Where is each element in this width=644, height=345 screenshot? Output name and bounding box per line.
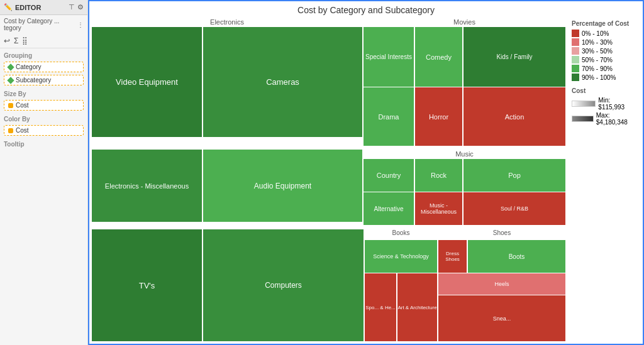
movies-label: Movies [364,18,565,26]
legend-swatch-3 [572,56,579,63]
books-row1: Science & Technology [365,240,437,273]
cost-color-icon [8,128,13,133]
shoes-mid-row: Heels [438,273,565,295]
legend-item-3: 50% - 70% [572,56,636,63]
edit-icon: ✏️ [4,3,13,11]
legend-item-1: 10% - 30% [572,38,636,46]
cost-color-label: Cost [16,127,29,134]
legend-label-4: 70% - 90% [582,65,613,72]
rock-cell[interactable]: Rock [415,159,462,192]
cost-size-icon [8,103,13,108]
panel-menu-icon[interactable]: ⋮ [77,21,84,28]
legend-min-label: Min: $115,993 [598,97,636,111]
music-misc-cell[interactable]: Music - Miscellaneous [415,192,462,225]
dress-shoes-cell[interactable]: Dress Shoes [438,240,467,273]
legend: Percentage of Cost 0% - 10% 10% - 30% 30… [568,18,640,341]
legend-label-0: 0% - 10% [582,30,609,37]
legend-gradient-min [572,101,596,107]
country-cell[interactable]: Country [364,159,414,192]
music-label: Music [364,150,565,158]
size-by-label: Size By [0,87,87,99]
sidebar-icon-2[interactable]: ⚙ [77,3,84,11]
boots-cell[interactable]: Boots [468,240,565,273]
sidebar-header: ✏️ EDITOR ⊤ ⚙ [0,0,87,15]
music-top-row: Country Rock Pop [364,159,565,192]
movies-bottom-row: Drama Horror Action [364,87,565,146]
legend-swatch-2 [572,47,579,55]
cost-size-label: Cost [16,102,29,109]
drama-cell[interactable]: Drama [364,87,414,146]
spo-he-cell[interactable]: Spo... & He... [365,273,396,341]
electronics-misc-cell[interactable]: Electronics - Miscellaneous [92,150,202,222]
legend-swatch-1 [572,38,579,46]
legend-item-2: 30% - 50% [572,47,636,55]
heels-cell[interactable]: Heels [438,273,565,295]
computers-cell[interactable]: Computers [203,229,364,341]
electronics-mid-row: Electronics - Miscellaneous Audio Equipm… [92,150,362,222]
books-label: Books [365,229,437,239]
category-chip-label: Category [16,63,42,70]
legend-item-5: 90% - 100% [572,74,636,81]
cost-color-chip[interactable]: Cost [4,125,84,136]
books-row2: Spo... & He... Art & Architecture [365,273,437,341]
video-equipment-cell[interactable]: Video Equipment [92,27,202,137]
subcategory-diamond-icon [7,77,14,84]
shoes-top-row: Dress Shoes Boots [438,240,565,273]
music-bottom-row: Alternative Music - Miscellaneous Soul /… [364,192,565,225]
legend-label-5: 90% - 100% [582,74,616,81]
legend-swatch-4 [572,65,579,72]
main-content: Cost by Category and Subcategory Electro… [88,0,644,345]
category-diamond-icon [7,63,14,70]
tvs-cell[interactable]: TV's [92,229,202,341]
shoes-bot-row: Snea... [438,295,565,341]
chart-title: Cost by Category and Subcategory [89,1,643,18]
sidebar-title: EDITOR [15,4,41,11]
audio-equipment-cell[interactable]: Audio Equipment [203,150,362,222]
legend-cost-max: Max: $4,180,348 [572,112,636,126]
snea-cell[interactable]: Snea... [438,295,565,341]
subcategory-chip[interactable]: Subcategory [4,75,84,85]
chart-area: Electronics Video Equipment Cameras [89,18,643,344]
panel-title-row: Cost by Category ... tegory ⋮ [0,15,87,34]
art-arch-cell[interactable]: Art & Architecture [397,273,437,341]
legend-swatch-5 [572,74,579,81]
kids-family-cell[interactable]: Kids / Family [464,27,565,87]
legend-cost-title: Cost [572,87,636,94]
legend-swatch-0 [572,30,579,37]
color-by-label: Color By [0,112,87,124]
legend-cost-section: Cost Min: $115,993 Max: $4,180,348 [572,87,636,126]
legend-item-0: 0% - 10% [572,30,636,37]
legend-label-2: 30% - 50% [582,48,613,55]
sidebar: ✏️ EDITOR ⊤ ⚙ Cost by Category ... tegor… [0,0,88,345]
legend-cost-min: Min: $115,993 [572,97,636,111]
soul-rnb-cell[interactable]: Soul / R&B [464,192,565,225]
movies-top-row: Special Interests Comedy Kids / Family [364,27,565,87]
legend-label-1: 10% - 30% [582,39,613,46]
legend-pct-title: Percentage of Cost [572,20,636,27]
alternative-cell[interactable]: Alternative [364,192,414,225]
category-chip[interactable]: Category [4,62,84,72]
undo-button[interactable]: ↩ [4,36,10,45]
tooltip-label: Tooltip [0,137,87,149]
toolbar: ↩ Σ ⣿ [0,34,87,48]
pop-cell[interactable]: Pop [464,159,565,192]
treemap: Electronics Video Equipment Cameras [92,18,565,341]
legend-label-3: 50% - 70% [582,57,613,63]
electronics-label: Electronics [92,18,362,26]
horror-cell[interactable]: Horror [415,87,462,146]
shoes-label: Shoes [438,229,565,239]
legend-max-label: Max: $4,180,348 [596,112,636,126]
electronics-top-row: Video Equipment Cameras [92,27,362,137]
cameras-cell[interactable]: Cameras [203,27,362,137]
sigma-button[interactable]: Σ [14,36,18,45]
legend-gradient-max [572,116,594,122]
science-tech-cell[interactable]: Science & Technology [365,240,437,273]
cost-size-chip[interactable]: Cost [4,100,84,111]
grouping-label: Grouping [0,48,87,60]
special-interests-cell[interactable]: Special Interests [364,27,414,87]
group-button[interactable]: ⣿ [22,36,28,45]
action-cell[interactable]: Action [464,87,565,146]
comedy-cell[interactable]: Comedy [415,27,462,87]
sidebar-icon-1[interactable]: ⊤ [69,3,75,11]
panel-title: Cost by Category ... tegory [4,18,77,31]
